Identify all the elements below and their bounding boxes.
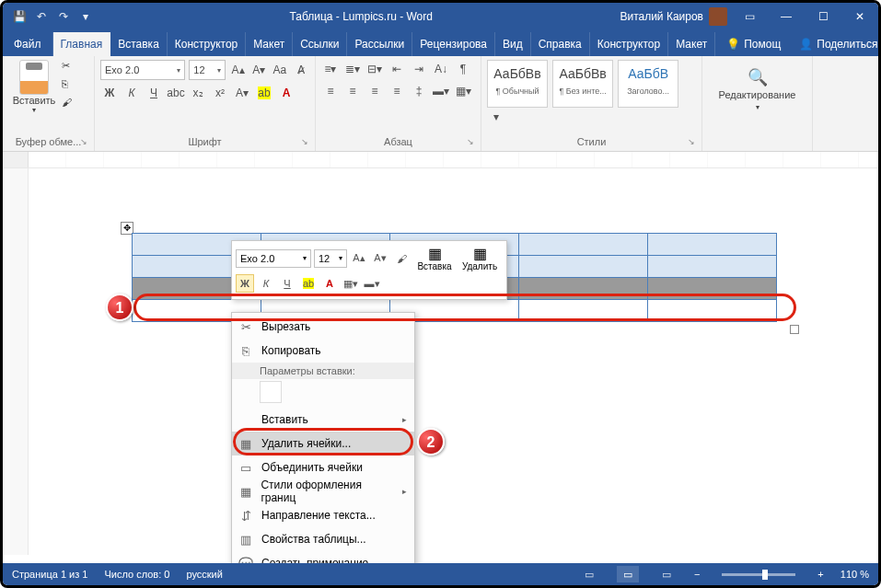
- bold-button[interactable]: Ж: [100, 84, 119, 102]
- indent-icon[interactable]: ⇥: [410, 60, 428, 78]
- superscript-button[interactable]: x²: [211, 84, 229, 102]
- justify-icon[interactable]: ≡: [388, 82, 406, 100]
- text-effects-icon[interactable]: A▾: [233, 84, 251, 102]
- cut-icon[interactable]: ✂: [62, 60, 80, 76]
- maximize-button[interactable]: ☐: [805, 3, 841, 30]
- subscript-button[interactable]: x₂: [189, 84, 207, 102]
- redo-icon[interactable]: ↷: [56, 9, 71, 24]
- strike-button[interactable]: abc: [167, 84, 185, 102]
- undo-icon[interactable]: ↶: [34, 9, 49, 24]
- document-area[interactable]: ✥: [3, 168, 878, 555]
- underline-button[interactable]: Ч: [145, 84, 163, 102]
- user-avatar[interactable]: [709, 7, 727, 26]
- menu-insert[interactable]: Вставить▸: [232, 408, 414, 432]
- align-right-icon[interactable]: ≡: [365, 82, 384, 100]
- tab-view[interactable]: Вид: [495, 32, 531, 56]
- mini-underline-button[interactable]: Ч: [278, 274, 296, 293]
- status-language[interactable]: русский: [186, 569, 222, 580]
- qat-more-icon[interactable]: ▾: [78, 9, 93, 24]
- menu-table-properties[interactable]: ▥Свойства таблицы...: [232, 527, 414, 551]
- web-layout-icon[interactable]: ▭: [655, 566, 678, 582]
- font-color-icon[interactable]: A: [277, 84, 296, 102]
- style-heading1[interactable]: АаБбВЗаголово...: [618, 60, 678, 108]
- tab-help[interactable]: Справка: [531, 32, 590, 56]
- show-marks-icon[interactable]: ¶: [454, 60, 472, 78]
- tab-layout[interactable]: Макет: [246, 32, 293, 56]
- tab-table-design[interactable]: Конструктор: [590, 32, 668, 56]
- menu-text-direction[interactable]: ⇵Направление текста...: [232, 503, 414, 527]
- numbering-icon[interactable]: ≣▾: [343, 60, 362, 78]
- mini-italic-button[interactable]: К: [257, 274, 275, 293]
- mini-delete-button[interactable]: ▦Удалить: [458, 245, 501, 271]
- vertical-ruler[interactable]: [3, 168, 29, 555]
- grow-font-icon[interactable]: A▴: [229, 61, 247, 79]
- change-case-icon[interactable]: Aa: [272, 61, 289, 79]
- highlight-icon[interactable]: ab: [255, 84, 273, 102]
- menu-merge-cells[interactable]: ▭Объединить ячейки: [232, 455, 414, 479]
- mini-format-painter-icon[interactable]: 🖌: [392, 249, 411, 268]
- dialog-launcher-icon[interactable]: ↘: [688, 137, 699, 148]
- close-button[interactable]: ✕: [841, 3, 878, 30]
- shading-icon[interactable]: ▬▾: [432, 82, 450, 100]
- user-name[interactable]: Виталий Каиров: [620, 10, 703, 23]
- mini-borders-icon[interactable]: ▦▾: [342, 274, 360, 293]
- zoom-in-button[interactable]: +: [817, 569, 823, 580]
- align-left-icon[interactable]: ≡: [321, 82, 340, 100]
- menu-cut[interactable]: ✂Вырезать: [232, 315, 414, 339]
- tab-review[interactable]: Рецензирова: [412, 32, 495, 56]
- clear-format-icon[interactable]: A̷: [292, 61, 309, 79]
- zoom-out-button[interactable]: −: [694, 569, 700, 580]
- mini-highlight-icon[interactable]: ab: [299, 274, 318, 293]
- ribbon-options-icon[interactable]: ▭: [731, 3, 768, 30]
- table-resize-handle[interactable]: [790, 325, 799, 334]
- tell-me[interactable]: 💡Помощ: [719, 32, 788, 56]
- save-icon[interactable]: 💾: [12, 9, 27, 24]
- font-name-combo[interactable]: Exo 2.0▾: [100, 60, 185, 80]
- mini-shrink-font-icon[interactable]: A▾: [371, 249, 389, 268]
- tab-home[interactable]: Главная: [53, 32, 111, 56]
- menu-copy[interactable]: ⎘Копировать: [232, 339, 414, 363]
- tab-insert[interactable]: Вставка: [110, 32, 168, 56]
- line-spacing-icon[interactable]: ‡: [410, 82, 428, 100]
- multilevel-icon[interactable]: ⊟▾: [365, 60, 384, 78]
- mini-insert-button[interactable]: ▦Вставка: [413, 245, 456, 271]
- mini-grow-font-icon[interactable]: A▴: [350, 249, 368, 268]
- outdent-icon[interactable]: ⇤: [388, 60, 406, 78]
- status-words[interactable]: Число слов: 0: [104, 569, 169, 580]
- borders-icon[interactable]: ▦▾: [454, 82, 472, 100]
- paste-button[interactable]: Вставить▾: [8, 60, 60, 114]
- shrink-font-icon[interactable]: A▾: [250, 61, 268, 79]
- horizontal-ruler[interactable]: [3, 152, 878, 168]
- mini-font-color-icon[interactable]: A: [320, 274, 339, 293]
- style-no-spacing[interactable]: АаБбВв¶ Без инте...: [552, 60, 613, 108]
- bullets-icon[interactable]: ≡▾: [321, 60, 340, 78]
- mini-font-combo[interactable]: Exo 2.0▾: [236, 249, 311, 268]
- status-page[interactable]: Страница 1 из 1: [12, 569, 87, 580]
- font-size-combo[interactable]: 12▾: [189, 60, 226, 80]
- italic-button[interactable]: К: [122, 84, 141, 102]
- tab-file[interactable]: Файл: [3, 32, 53, 56]
- tab-references[interactable]: Ссылки: [293, 32, 347, 56]
- zoom-slider[interactable]: [722, 573, 795, 576]
- editing-button[interactable]: 🔍 Редактирование▾: [708, 60, 806, 111]
- sort-icon[interactable]: A↓: [432, 60, 450, 78]
- menu-delete-cells[interactable]: ▦Удалить ячейки...: [232, 432, 414, 455]
- mini-size-combo[interactable]: 12▾: [314, 249, 347, 268]
- dialog-launcher-icon[interactable]: ↘: [80, 137, 91, 148]
- format-painter-icon[interactable]: 🖌: [62, 97, 80, 113]
- align-center-icon[interactable]: ≡: [343, 82, 362, 100]
- mini-bold-button[interactable]: Ж: [236, 274, 254, 293]
- tab-design[interactable]: Конструктор: [168, 32, 246, 56]
- dialog-launcher-icon[interactable]: ↘: [301, 137, 312, 148]
- dialog-launcher-icon[interactable]: ↘: [467, 137, 478, 148]
- style-normal[interactable]: АаБбВв¶ Обычный: [487, 60, 548, 108]
- minimize-button[interactable]: —: [768, 3, 805, 30]
- styles-more-icon[interactable]: ▾: [487, 108, 505, 126]
- print-layout-icon[interactable]: ▭: [617, 566, 639, 582]
- tab-table-layout[interactable]: Макет: [668, 32, 715, 56]
- mini-shading-icon[interactable]: ▬▾: [363, 274, 381, 293]
- tab-mailings[interactable]: Рассылки: [347, 32, 412, 56]
- copy-icon[interactable]: ⎘: [62, 78, 80, 95]
- zoom-level[interactable]: 110 %: [840, 569, 869, 580]
- paste-option-icon[interactable]: [260, 381, 282, 403]
